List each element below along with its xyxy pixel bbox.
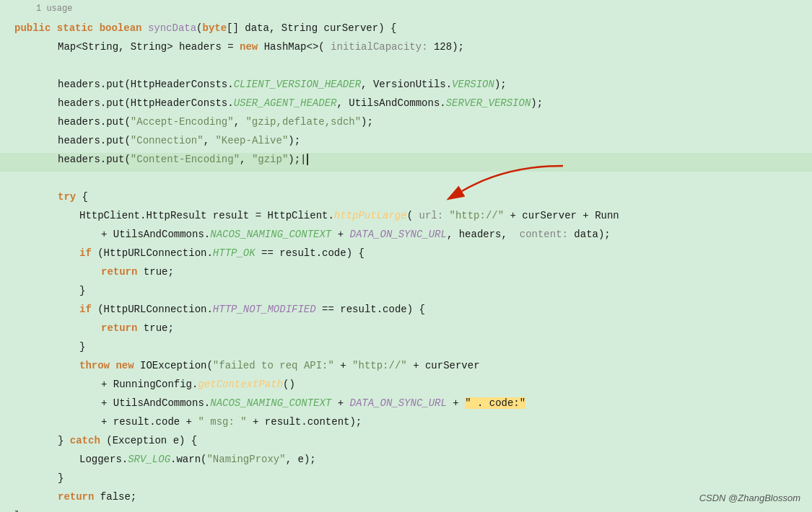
code-line-if1: if (HttpURLConnection.HTTP_OK == result.…	[0, 247, 812, 265]
code-line-throw-cont2: + UtilsAndCommons.NACOS_NAMING_CONTEXT +…	[0, 397, 812, 415]
code-container: 1 usagepublic static boolean syncData(by…	[0, 0, 812, 512]
code-line-header2: headers.put(HttpHeaderConsts.USER_AGENT_…	[0, 97, 812, 115]
code-line-return-false: return false;	[0, 490, 812, 509]
code-line-close-if2: }	[0, 340, 812, 359]
code-line-close-if1: }	[0, 284, 812, 303]
code-line-method-sig: public static boolean syncData(byte[] da…	[0, 22, 812, 40]
code-line-catch-line: } catch (Exception e) {	[0, 434, 812, 453]
code-line-header3: headers.put("Accept-Encoding", "gzip,def…	[0, 115, 812, 134]
code-line-header1: headers.put(HttpHeaderConsts.CLIENT_VERS…	[0, 78, 812, 97]
code-line-return-true1: return true;	[0, 265, 812, 284]
code-line-blank2	[0, 172, 812, 190]
code-line-throw-line: throw new IOException("failed to req API…	[0, 359, 812, 378]
watermark: CSDN @ZhangBlossom	[699, 493, 800, 503]
code-line-close-method: }	[0, 509, 812, 512]
code-line-map-line: Map<String, String> headers = new HashMa…	[0, 40, 812, 59]
code-line-result-cont: + UtilsAndCommons.NACOS_NAMING_CONTEXT +…	[0, 228, 812, 247]
code-line-header5: headers.put("Content-Encoding", "gzip");…	[0, 153, 812, 172]
code-line-try-line: try {	[0, 190, 812, 209]
code-line-header4: headers.put("Connection", "Keep-Alive");	[0, 134, 812, 153]
code-line-usage: 1 usage	[0, 3, 812, 22]
code-lines: 1 usagepublic static boolean syncData(by…	[0, 3, 812, 512]
code-line-result-line: HttpClient.HttpResult result = HttpClien…	[0, 209, 812, 228]
code-line-throw-cont3: + result.code + " msg: " + result.conten…	[0, 415, 812, 434]
code-line-return-true2: return true;	[0, 322, 812, 340]
code-line-close-catch: }	[0, 472, 812, 490]
code-line-blank1	[0, 59, 812, 78]
code-line-logger-line: Loggers.SRV_LOG.warn("NamingProxy", e);	[0, 453, 812, 472]
code-line-if2: if (HttpURLConnection.HTTP_NOT_MODIFIED …	[0, 303, 812, 322]
code-line-throw-cont1: + RunningConfig.getContextPath()	[0, 378, 812, 397]
